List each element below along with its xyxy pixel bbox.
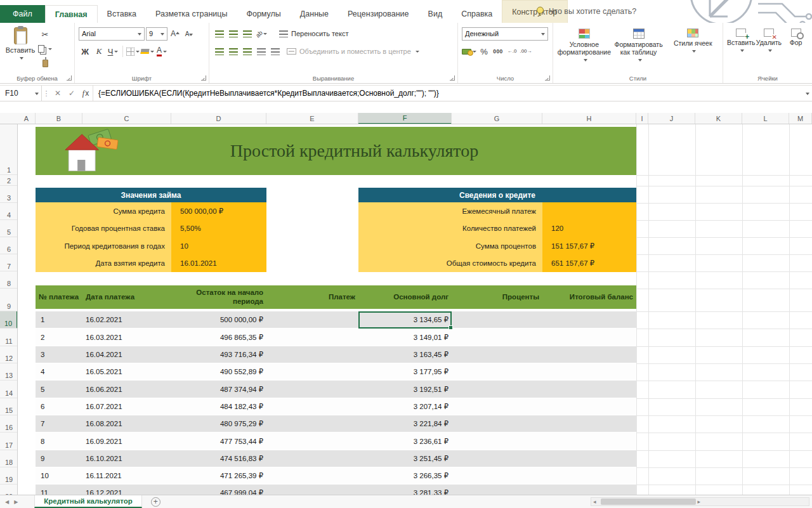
column-header-K[interactable]: K [695, 113, 742, 124]
payments-header-total[interactable]: Итоговый баланс [542, 285, 636, 309]
loan-info-value[interactable]: 120 [542, 220, 636, 238]
payment-cell-balance[interactable]: 477 753,44 ₽ [171, 433, 266, 450]
sheet-nav-right-icon[interactable]: ▶ [14, 499, 18, 505]
align-middle-button[interactable] [227, 27, 240, 40]
number-format-select[interactable]: Денежный [462, 27, 548, 41]
fill-color-button[interactable] [141, 45, 154, 58]
payment-cell-principal[interactable]: 3 251,45 ₽ [358, 450, 452, 467]
loan-values-value[interactable]: 10 [171, 237, 266, 255]
merge-center-button[interactable]: Объединить и поместить в центре [283, 44, 423, 58]
wrap-text-button[interactable]: Переносить текст [275, 27, 352, 41]
row-header-11[interactable]: 11 [0, 329, 18, 346]
payment-cell-balance[interactable]: 480 975,29 ₽ [171, 415, 266, 432]
sheet-nav-left-icon[interactable]: ◀ [5, 499, 9, 505]
font-size-select[interactable]: 9 [146, 27, 167, 41]
loan-values-label[interactable]: Годовая процентная ставка [36, 220, 171, 238]
align-top-button[interactable] [213, 27, 226, 40]
payment-cell-total[interactable] [542, 398, 636, 415]
comma-style-button[interactable]: 000 [492, 45, 504, 58]
payment-cell-total[interactable] [542, 311, 636, 328]
decrease-decimal-button[interactable]: .00→ [520, 45, 532, 58]
payment-cell-balance[interactable]: 493 716,34 ₽ [171, 346, 266, 363]
row-header-9[interactable]: 9 [0, 289, 18, 311]
scroll-right-icon[interactable]: ▸ [696, 498, 703, 505]
row-header-18[interactable]: 18 [0, 450, 18, 467]
payment-cell-total[interactable] [542, 346, 636, 363]
scrollbar-thumb[interactable] [601, 498, 696, 505]
payment-cell-num[interactable]: 1 [36, 311, 82, 328]
ribbon-tab-2[interactable]: Вставка [98, 5, 146, 23]
payment-cell-payment[interactable] [266, 363, 358, 380]
paste-button[interactable]: Вставить [4, 25, 37, 73]
payment-cell-payment[interactable] [266, 485, 358, 495]
payment-cell-total[interactable] [542, 450, 636, 467]
payment-cell-num[interactable]: 10 [36, 467, 82, 484]
delete-cells-button[interactable]: Удалить [756, 25, 783, 73]
row-header-8[interactable]: 8 [0, 271, 18, 289]
insert-cells-button[interactable]: Вставить [727, 25, 756, 73]
payment-cell-total[interactable] [542, 485, 636, 495]
column-header-L[interactable]: L [742, 113, 789, 124]
loan-info-value[interactable] [542, 202, 636, 220]
row-header-19[interactable]: 19 [0, 467, 18, 485]
loan-info-header[interactable]: Сведения о кредите [358, 188, 636, 202]
payment-cell-principal[interactable]: 3 177,95 ₽ [358, 363, 452, 380]
formula-bar-splitter[interactable]: ⋮ [42, 86, 51, 101]
payment-cell-payment[interactable] [266, 329, 358, 346]
cancel-formula-icon[interactable]: ✕ [51, 86, 65, 101]
selected-cell-F10[interactable] [358, 311, 452, 329]
decrease-indent-button[interactable] [255, 45, 268, 58]
column-header-D[interactable]: D [171, 113, 266, 124]
row-header-12[interactable]: 12 [0, 346, 18, 363]
orientation-button[interactable]: ab [255, 27, 268, 40]
bold-button[interactable]: Ж [79, 45, 91, 58]
ribbon-tab-1[interactable]: Главная [45, 5, 98, 23]
payment-cell-total[interactable] [542, 415, 636, 432]
ribbon-tab-8[interactable]: Справка [452, 5, 502, 23]
payment-cell-interest[interactable] [452, 329, 542, 346]
tell-me-search[interactable]: Что вы хотите сделать? [536, 0, 636, 23]
payment-cell-principal[interactable]: 3 192,51 ₽ [358, 381, 452, 398]
row-header-17[interactable]: 17 [0, 433, 18, 450]
enter-formula-icon[interactable]: ✓ [65, 86, 79, 101]
percent-style-button[interactable]: % [478, 45, 490, 58]
loan-info-label[interactable]: Сумма процентов [358, 237, 542, 255]
payment-cell-num[interactable]: 2 [36, 329, 82, 346]
payment-cell-balance[interactable]: 471 265,39 ₽ [171, 467, 266, 484]
payment-cell-total[interactable] [542, 433, 636, 450]
payment-cell-num[interactable]: 6 [36, 398, 82, 415]
payment-cell-principal[interactable]: 3 207,14 ₽ [358, 398, 452, 415]
column-header-B[interactable]: B [36, 113, 82, 124]
payments-header-principal[interactable]: Основной долг [358, 285, 452, 309]
horizontal-scrollbar[interactable]: ◂ ▸ [591, 497, 809, 506]
ribbon-tab-5[interactable]: Данные [291, 5, 338, 23]
payment-cell-interest[interactable] [452, 467, 542, 484]
font-name-select[interactable]: Arial [79, 27, 145, 41]
decrease-font-button[interactable]: А [183, 27, 195, 40]
payment-cell-date[interactable]: 16.11.2021 [82, 467, 171, 484]
format-painter-button[interactable] [38, 57, 52, 70]
payment-cell-interest[interactable] [452, 363, 542, 380]
payment-cell-principal[interactable]: 3 236,61 ₽ [358, 433, 452, 450]
column-header-A[interactable]: A [18, 113, 36, 124]
payments-header-payment[interactable]: Платеж [266, 285, 358, 309]
add-sheet-button[interactable]: + [151, 497, 160, 507]
align-center-button[interactable] [227, 45, 240, 58]
payment-cell-date[interactable]: 16.12.2021 [82, 485, 171, 495]
copy-button[interactable] [38, 42, 52, 55]
payment-cell-date[interactable]: 16.08.2021 [82, 415, 171, 432]
ribbon-tab-6[interactable]: Рецензирование [338, 5, 419, 23]
align-right-button[interactable] [241, 45, 254, 58]
payment-cell-payment[interactable] [266, 450, 358, 467]
italic-button[interactable]: К [93, 45, 105, 58]
payments-header-num[interactable]: № платежа [36, 285, 82, 309]
payment-cell-balance[interactable]: 496 865,35 ₽ [171, 329, 266, 346]
scroll-left-icon[interactable]: ◂ [591, 498, 598, 505]
payment-cell-balance[interactable]: 490 552,89 ₽ [171, 363, 266, 380]
payment-cell-principal[interactable]: 3 221,84 ₽ [358, 415, 452, 432]
formula-bar-expand-icon[interactable] [801, 86, 812, 101]
font-dialog-launcher[interactable] [201, 75, 206, 81]
payment-cell-principal[interactable]: 3 149,01 ₽ [358, 329, 452, 346]
row-header-6[interactable]: 6 [0, 237, 18, 254]
payment-cell-date[interactable]: 16.02.2021 [82, 311, 171, 328]
